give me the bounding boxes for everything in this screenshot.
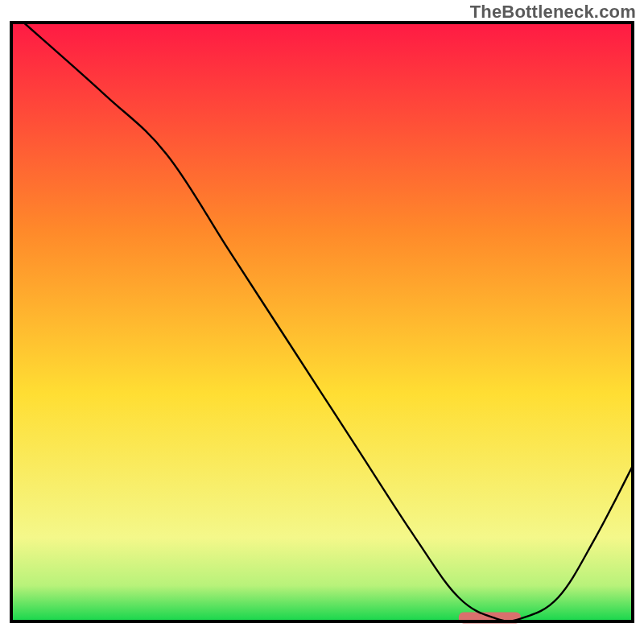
watermark-text: TheBottleneck.com xyxy=(470,2,636,23)
chart-container: TheBottleneck.com xyxy=(0,0,644,644)
bottleneck-chart xyxy=(0,0,644,644)
plot-background xyxy=(11,23,633,621)
